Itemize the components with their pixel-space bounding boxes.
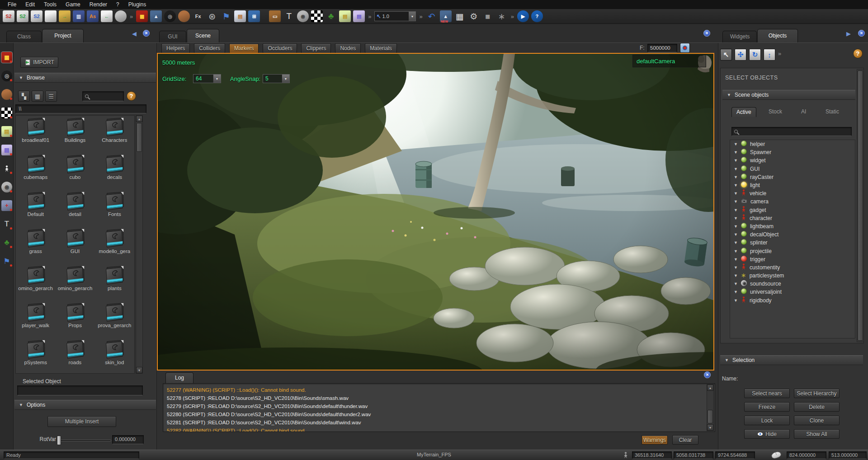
object-type-row-vehicle[interactable]: ▼ vehicle — [730, 189, 855, 197]
terrain-new-icon[interactable]: ▲NEW — [440, 10, 452, 22]
more-tools-icon[interactable]: » — [778, 50, 781, 57]
clipboard-icon[interactable]: ▤ — [234, 10, 246, 22]
toolbar-overflow-icon[interactable]: » — [418, 13, 423, 20]
folder-item[interactable]: detail — [55, 191, 94, 228]
expand-arrow-icon[interactable]: ▼ — [734, 216, 738, 221]
scroll-up-icon[interactable]: ▲ — [136, 116, 142, 122]
rotvar-slider-track[interactable] — [58, 440, 111, 441]
expand-arrow-icon[interactable]: ▼ — [734, 282, 738, 286]
mode-button-clippers[interactable]: Clippers — [301, 43, 331, 53]
menu-item[interactable]: Tools — [40, 0, 61, 9]
object-type-row-splinter[interactable]: ▼ splinter — [730, 239, 855, 247]
import-button[interactable]: IMPORT — [20, 57, 58, 68]
object-type-row-projectile[interactable]: ▼ projectile — [730, 247, 855, 255]
folder-item[interactable]: omino_gerarch — [55, 265, 94, 302]
folder-item[interactable]: prova_gerarch — [95, 302, 134, 339]
object-type-row-widget[interactable]: ▼ widget — [730, 156, 855, 164]
browse-path-field[interactable]: \\ — [15, 104, 146, 113]
clear-log-button[interactable]: Clear — [672, 435, 698, 445]
viewport-3d[interactable]: 5000 meters GridSize: 64 ▼ AngleSnap: 5 … — [157, 53, 714, 371]
selection-button-delete[interactable]: Delete — [794, 402, 840, 412]
expand-arrow-icon[interactable]: ▼ — [734, 240, 738, 245]
scene-objects-tab-active[interactable]: Active — [731, 107, 756, 117]
small-icons-view-button[interactable]: ▦ — [32, 91, 43, 102]
save-icon[interactable]: ▥ — [73, 10, 85, 22]
chevron-down-icon[interactable]: ▼ — [409, 12, 415, 21]
selection-section-header[interactable]: ▼ Selection — [720, 355, 863, 365]
expand-arrow-icon[interactable]: ▼ — [734, 175, 738, 179]
tab-gui[interactable]: GUI — [159, 31, 186, 42]
expand-arrow-icon[interactable]: ▼ — [734, 199, 738, 204]
close-center-left-icon[interactable]: ✕ — [143, 30, 150, 37]
object-type-row-gui[interactable]: ▼ GUI — [730, 165, 855, 173]
options-section-header[interactable]: ▼ Options — [14, 400, 156, 410]
tab-widgets[interactable]: Widgets — [722, 31, 757, 42]
expand-arrow-icon[interactable]: ▼ — [734, 150, 738, 155]
scene-objects-tab-stock[interactable]: Stock — [764, 107, 787, 117]
snowflake-icon[interactable]: ∗ — [496, 10, 508, 22]
expand-arrow-icon[interactable]: ▼ — [734, 257, 738, 262]
mode-button-helpers[interactable]: Helpers — [161, 43, 190, 53]
folder-item[interactable]: GUI — [55, 228, 94, 265]
scene-objects-tab-ai[interactable]: AI — [797, 107, 811, 117]
mode-button-markers[interactable]: Markers — [229, 43, 259, 53]
select-tool-button[interactable]: ↖ — [720, 49, 732, 61]
folder-item[interactable]: grass — [16, 228, 55, 265]
scroll-down-icon[interactable]: ▼ — [136, 367, 142, 373]
expand-arrow-icon[interactable]: ▼ — [734, 224, 738, 229]
tab-class[interactable]: Class — [6, 31, 42, 42]
scroll-down-icon[interactable]: ▼ — [707, 424, 713, 431]
wheel-icon[interactable]: ◎ — [164, 10, 176, 22]
folder-item[interactable]: plants — [95, 265, 134, 302]
cd-disc-icon[interactable] — [115, 10, 127, 22]
object-type-row-customentity[interactable]: ▼ customentity — [730, 263, 855, 272]
large-icons-view-button[interactable]: ▚ — [18, 91, 30, 102]
menu-item[interactable]: ? — [112, 0, 123, 9]
object-type-row-character[interactable]: ▼ character — [730, 214, 855, 222]
expand-arrow-icon[interactable]: ▼ — [734, 158, 738, 163]
flag-icon[interactable]: ⚑ — [1, 256, 12, 267]
fx-icon[interactable]: Fx — [192, 10, 204, 22]
chevron-down-icon[interactable]: ▼ — [213, 75, 221, 83]
scroll-up-icon[interactable]: ▲ — [707, 385, 713, 391]
expand-arrow-icon[interactable]: ▼ — [734, 208, 738, 212]
menu-item[interactable]: Edit — [21, 0, 39, 9]
folder-item[interactable]: skin_lod — [95, 339, 134, 374]
selection-button-freeze[interactable]: Freeze — [744, 402, 790, 412]
text-tool-icon[interactable]: T — [1, 219, 12, 230]
log-tab[interactable]: Log — [165, 372, 193, 383]
speaker-icon[interactable]: ◉ — [1, 182, 12, 192]
object-type-row-trigger[interactable]: ▼ trigger — [730, 255, 855, 263]
text-tool-icon[interactable]: T — [283, 10, 295, 22]
mode-button-nodes[interactable]: Nodes — [335, 43, 361, 53]
scene-objects-header[interactable]: ▼ Scene objects — [722, 90, 855, 100]
expand-arrow-icon[interactable]: ▼ — [734, 232, 738, 237]
bonsai-icon[interactable]: ♣ — [1, 237, 12, 248]
undo-icon[interactable]: ↶ — [426, 10, 438, 22]
folder-item[interactable]: cubo — [55, 154, 94, 191]
tab-project[interactable]: Project — [42, 29, 84, 42]
folder-item[interactable]: decals — [95, 154, 134, 191]
cube-add-icon[interactable]: + — [1, 200, 12, 211]
save-as-icon[interactable]: As — [87, 10, 99, 22]
rotate-tool-button[interactable]: ↻ — [749, 49, 761, 61]
object-type-row-particlesystem[interactable]: ▼ ∗ particlesystem — [730, 272, 855, 280]
object-type-row-spawner[interactable]: ▼ Spawner — [730, 148, 855, 156]
expand-arrow-icon[interactable]: ▼ — [734, 290, 738, 294]
mode-button-materials[interactable]: Materials — [365, 43, 397, 53]
checker-icon[interactable] — [1, 108, 12, 118]
mode-button-colliders[interactable]: Colliders — [194, 43, 225, 53]
notes-purple-icon[interactable]: ▤ — [1, 145, 12, 155]
chevron-down-icon[interactable]: ▼ — [282, 75, 289, 83]
grid-icon[interactable]: ▦ — [454, 10, 466, 22]
scale-tool-button[interactable]: ↕ — [764, 49, 775, 61]
object-type-row-camera[interactable]: ▼ camera — [730, 197, 855, 206]
folder-item[interactable]: broadleaf01 — [16, 117, 55, 154]
notes-yellow-icon[interactable]: ▤ — [339, 10, 351, 22]
gear-icon[interactable]: ⚙ — [468, 10, 480, 22]
expand-arrow-icon[interactable]: ▼ — [734, 273, 738, 278]
object-type-row-light[interactable]: ▼ light — [730, 181, 855, 189]
selected-object-field[interactable] — [17, 385, 143, 395]
object-type-row-helper[interactable]: ▼ helper — [730, 140, 855, 148]
panel-scrollbar[interactable] — [857, 69, 864, 342]
